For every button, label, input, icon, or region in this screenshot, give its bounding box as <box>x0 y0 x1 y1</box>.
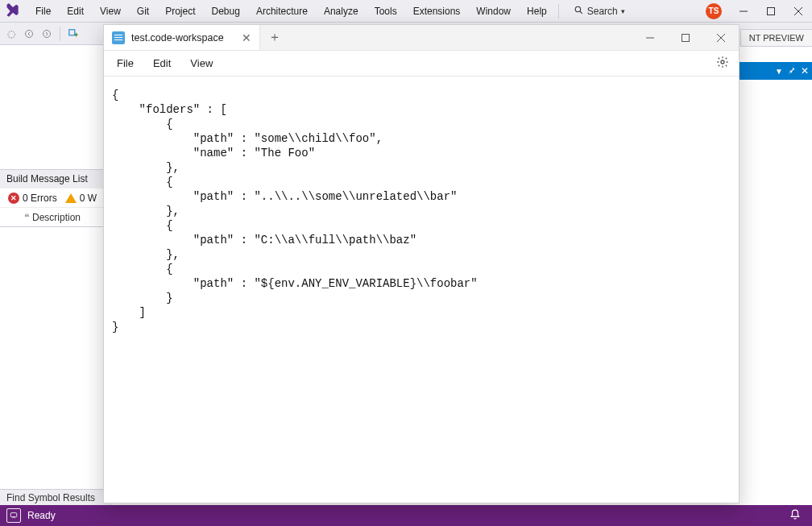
menu-debug[interactable]: Debug <box>204 0 248 22</box>
editor-close-button[interactable] <box>703 25 739 50</box>
error-icon: ✕ <box>8 193 19 204</box>
svg-point-0 <box>575 6 581 12</box>
right-panel-header: ▼ ✕ <box>740 62 812 80</box>
search-label: Search <box>587 6 618 17</box>
window-minimize-button[interactable] <box>730 0 757 22</box>
close-icon[interactable]: ✕ <box>801 65 809 77</box>
toolbar-separator <box>60 27 60 41</box>
svg-rect-8 <box>69 29 75 35</box>
menu-view[interactable]: View <box>92 0 129 22</box>
gear-icon[interactable] <box>716 56 729 71</box>
left-docked-panels: Build Message List ✕ 0 Errors 0 W ❝ Desc… <box>0 169 105 227</box>
menu-separator <box>558 4 559 19</box>
find-symbol-results-panel-title[interactable]: Find Symbol Results <box>0 489 113 505</box>
global-search[interactable]: Search ▾ <box>569 5 630 18</box>
nav-arrow-left-icon[interactable] <box>23 27 35 40</box>
status-text: Ready <box>27 510 56 521</box>
feedback-icon[interactable] <box>6 508 21 523</box>
new-item-icon[interactable] <box>67 27 80 40</box>
nav-arrow-right-icon[interactable] <box>40 27 53 40</box>
editor-menu-edit[interactable]: Edit <box>143 51 180 76</box>
warning-icon <box>65 193 77 203</box>
error-counts-row[interactable]: ✕ 0 Errors 0 W <box>0 188 105 208</box>
editor-text-area[interactable]: { "folders" : [ { "path" : "some\\child\… <box>104 77 739 503</box>
svg-point-14 <box>721 60 724 64</box>
vs-main-menubar: File Edit View Git Project Debug Archite… <box>0 0 812 23</box>
window-maximize-button[interactable] <box>757 0 785 22</box>
editor-maximize-button[interactable] <box>668 25 703 50</box>
nav-back-icon[interactable]: ◌ <box>5 27 18 40</box>
menu-architecture[interactable]: Architecture <box>248 0 316 22</box>
editor-tab[interactable]: test.code-workspace ✕ <box>104 25 260 50</box>
menu-help[interactable]: Help <box>519 0 555 22</box>
pin-icon[interactable] <box>788 65 796 77</box>
svg-rect-3 <box>768 7 775 14</box>
menu-git[interactable]: Git <box>129 0 157 22</box>
status-bar: Ready <box>0 505 812 526</box>
tab-close-icon[interactable]: ✕ <box>242 31 251 44</box>
app-logo-icon <box>3 2 23 21</box>
warnings-count-label: 0 W <box>80 193 97 204</box>
svg-rect-11 <box>682 34 690 41</box>
menu-analyze[interactable]: Analyze <box>316 0 367 22</box>
description-header[interactable]: ❝ Description <box>0 208 105 227</box>
menu-tools[interactable]: Tools <box>367 0 405 22</box>
window-close-button[interactable] <box>785 0 812 22</box>
errors-count-label: 0 Errors <box>23 193 57 204</box>
menu-file[interactable]: File <box>27 0 59 22</box>
editor-tab-title: test.code-workspace <box>131 32 224 43</box>
menu-edit[interactable]: Edit <box>59 0 92 22</box>
menu-window[interactable]: Window <box>468 0 519 22</box>
preview-tab[interactable]: NT PREVIEW <box>740 29 812 47</box>
search-icon <box>574 5 584 18</box>
svg-line-1 <box>580 10 582 13</box>
new-tab-button[interactable]: ＋ <box>260 25 289 50</box>
menu-project[interactable]: Project <box>157 0 203 22</box>
svg-point-7 <box>44 30 51 37</box>
chevron-down-icon: ▾ <box>621 7 625 15</box>
editor-window-titlebar[interactable]: test.code-workspace ✕ ＋ <box>104 25 739 51</box>
svg-point-6 <box>26 30 33 37</box>
build-messages-panel-title[interactable]: Build Message List <box>0 169 105 188</box>
bell-icon[interactable] <box>789 509 801 523</box>
user-avatar[interactable]: TS <box>706 3 722 19</box>
chevron-down-icon[interactable]: ▼ <box>775 67 783 76</box>
editor-menu-file[interactable]: File <box>107 51 143 76</box>
editor-menu-view[interactable]: View <box>180 51 222 76</box>
menu-extensions[interactable]: Extensions <box>405 0 469 22</box>
editor-menubar: File Edit View <box>104 51 739 77</box>
svg-rect-9 <box>10 513 17 517</box>
editor-minimize-button[interactable] <box>632 25 668 50</box>
document-icon <box>112 31 125 44</box>
quote-icon: ❝ <box>24 212 29 223</box>
floating-editor-window: test.code-workspace ✕ ＋ File Edit View {… <box>103 24 740 503</box>
